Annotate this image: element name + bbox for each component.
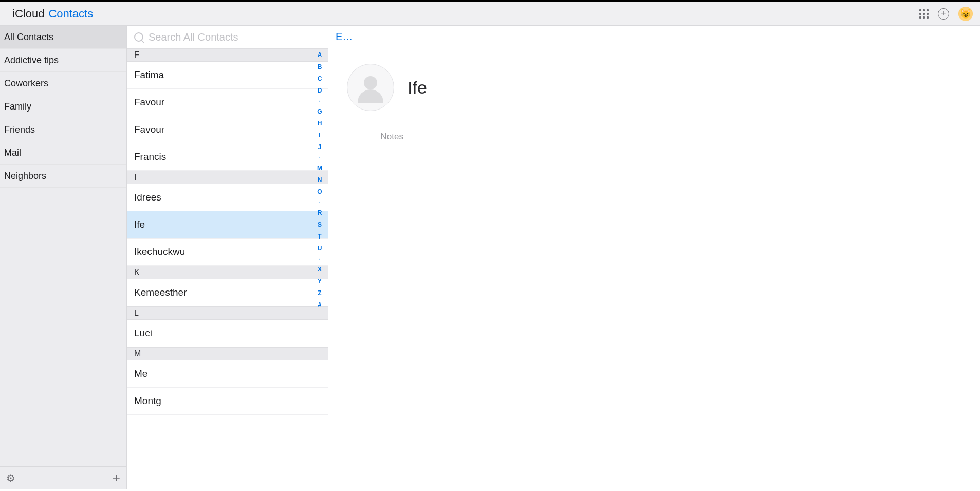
contact-row[interactable]: Ikechuckwu bbox=[127, 239, 328, 266]
contact-row[interactable]: Montg bbox=[127, 388, 328, 415]
alpha-index-letter[interactable]: R bbox=[318, 209, 322, 216]
contact-list-pane: FFatimaFavourFavourFrancisIIdreesIfeIkec… bbox=[127, 26, 328, 489]
contact-row[interactable]: Kemeesther bbox=[127, 279, 328, 306]
section-header: K bbox=[127, 266, 328, 279]
sidebar-group-item[interactable]: All Contacts bbox=[0, 26, 126, 49]
contact-row[interactable]: Idrees bbox=[127, 184, 328, 211]
alpha-index-letter[interactable]: Z bbox=[318, 289, 321, 297]
alpha-index-letter[interactable]: J bbox=[318, 143, 322, 151]
brand-app-name[interactable]: Contacts bbox=[48, 7, 93, 21]
contact-name: Ife bbox=[408, 78, 427, 98]
alpha-index-letter[interactable]: G bbox=[317, 108, 322, 115]
section-header: L bbox=[127, 306, 328, 320]
search-input[interactable] bbox=[149, 31, 321, 43]
alpha-index-letter[interactable]: • bbox=[319, 99, 321, 103]
person-silhouette-icon bbox=[355, 72, 386, 103]
alpha-index-letter[interactable]: H bbox=[318, 120, 322, 127]
add-group-button[interactable]: + bbox=[113, 470, 120, 486]
alpha-index-letter[interactable]: D bbox=[318, 87, 322, 94]
account-avatar[interactable]: 😺 bbox=[958, 7, 973, 21]
section-header: F bbox=[127, 48, 328, 62]
alpha-index-letter[interactable]: # bbox=[318, 301, 322, 308]
alpha-index-letter[interactable]: • bbox=[319, 257, 321, 261]
search-icon bbox=[134, 32, 143, 42]
alpha-index-letter[interactable]: O bbox=[317, 188, 322, 195]
sidebar-group-item[interactable]: Addictive tips bbox=[0, 49, 126, 72]
contact-row[interactable]: Favour bbox=[127, 116, 328, 143]
search-bar bbox=[127, 26, 328, 48]
alpha-index-letter[interactable]: S bbox=[318, 221, 322, 228]
alpha-index-letter[interactable]: A bbox=[318, 51, 322, 59]
alpha-index-letter[interactable]: C bbox=[318, 75, 322, 82]
sidebar-group-item[interactable]: Friends bbox=[0, 118, 126, 141]
contact-detail-pane: E… Ife Notes bbox=[328, 26, 980, 489]
notes-label: Notes bbox=[352, 132, 403, 142]
breadcrumb: iCloud Contacts bbox=[7, 7, 93, 21]
top-bar: iCloud Contacts 😺 bbox=[0, 2, 980, 26]
alpha-index-letter[interactable]: B bbox=[318, 63, 322, 70]
app-launcher-icon[interactable] bbox=[919, 9, 929, 19]
detail-header: E… bbox=[328, 26, 980, 48]
section-header: M bbox=[127, 347, 328, 360]
sidebar: All ContactsAddictive tipsCoworkersFamil… bbox=[0, 26, 127, 489]
sidebar-group-item[interactable]: Family bbox=[0, 95, 126, 118]
sidebar-group-item[interactable]: Neighbors bbox=[0, 165, 126, 188]
alpha-index-letter[interactable]: T bbox=[318, 233, 321, 240]
contact-row[interactable]: Ife bbox=[127, 211, 328, 239]
contact-row[interactable]: Luci bbox=[127, 320, 328, 347]
alpha-index-letter[interactable]: • bbox=[319, 200, 321, 205]
contact-row[interactable]: Me bbox=[127, 360, 328, 388]
alpha-index-letter[interactable]: N bbox=[318, 176, 322, 184]
alpha-index[interactable]: ABCD•GHIJ•MNO•RSTU•XYZ# bbox=[313, 51, 326, 484]
alpha-index-letter[interactable]: X bbox=[318, 266, 322, 273]
sidebar-footer: ⚙ + bbox=[0, 466, 126, 489]
brand-icloud[interactable]: iCloud bbox=[12, 7, 44, 21]
edit-button[interactable]: E… bbox=[336, 31, 353, 43]
contact-avatar-placeholder[interactable] bbox=[347, 64, 394, 111]
add-button[interactable] bbox=[938, 8, 949, 20]
section-header: I bbox=[127, 171, 328, 184]
contact-row[interactable]: Fatima bbox=[127, 62, 328, 89]
settings-gear-icon[interactable]: ⚙ bbox=[6, 472, 15, 484]
contact-row[interactable]: Francis bbox=[127, 143, 328, 171]
alpha-index-letter[interactable]: M bbox=[317, 165, 322, 172]
contact-row[interactable]: Favour bbox=[127, 89, 328, 116]
alpha-index-letter[interactable]: • bbox=[319, 155, 321, 160]
alpha-index-letter[interactable]: I bbox=[319, 132, 320, 139]
sidebar-group-item[interactable]: Mail bbox=[0, 141, 126, 165]
alpha-index-letter[interactable]: Y bbox=[318, 278, 322, 285]
sidebar-group-item[interactable]: Coworkers bbox=[0, 72, 126, 95]
alpha-index-letter[interactable]: U bbox=[318, 245, 322, 252]
